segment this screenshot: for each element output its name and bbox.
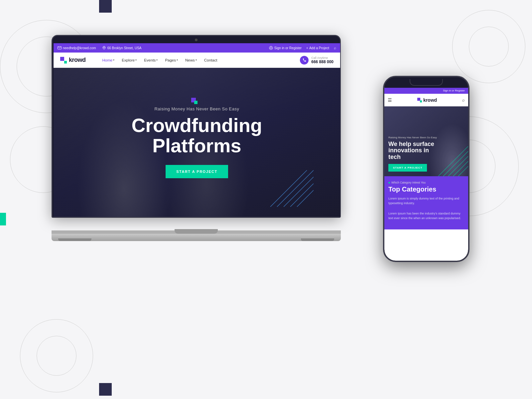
phone-icon bbox=[302, 58, 307, 62]
phone-cat-body-2: Lorem Ipsum has been the industry's stan… bbox=[388, 211, 464, 220]
topbar-signin-text: Sign in or Register bbox=[274, 46, 302, 50]
phone-hero-title-l1: We help surface bbox=[388, 141, 434, 147]
topbar-add-text: Add a Project bbox=[309, 46, 329, 50]
phone-cat-subtitle: Which Category Intrest You bbox=[388, 181, 464, 184]
phone-hero-title-l2: innovations in bbox=[388, 147, 429, 154]
nav-home-label: Home bbox=[102, 58, 113, 62]
phone-hero-cta-button[interactable]: START A PROJECT bbox=[388, 164, 427, 172]
topbar-email-item: needhelp@krowd.com bbox=[58, 46, 96, 50]
phone-notch-bar bbox=[384, 77, 468, 88]
phone-notch bbox=[410, 79, 443, 86]
nav-item-pages[interactable]: Pages ▾ bbox=[162, 56, 181, 64]
topbar-search-icon[interactable]: ⌕ bbox=[334, 46, 336, 50]
nav-item-explore[interactable]: Explore ▾ bbox=[118, 56, 140, 64]
logo-text: krowd bbox=[69, 57, 86, 64]
laptop-notch bbox=[175, 229, 218, 234]
phone-cat-title: Top Categories bbox=[388, 186, 464, 193]
phone-hero: Raising Money Has Never Been So Easy We … bbox=[384, 106, 468, 176]
location-icon bbox=[102, 46, 106, 50]
phone-hero-title-l3: tech bbox=[388, 154, 401, 160]
circle-deco-tr2 bbox=[469, 27, 509, 66]
phone-top-overlay: Sign in or Register bbox=[384, 87, 468, 94]
nav-events-label: Events bbox=[144, 58, 156, 62]
nav-item-contact[interactable]: Contact bbox=[201, 56, 221, 64]
nav-item-news[interactable]: News ▾ bbox=[182, 56, 200, 64]
hero-tagline: Raising Money Has Never Been So Easy bbox=[154, 106, 239, 111]
phone-cat-subtitle-text: Which Category Intrest You bbox=[391, 181, 426, 184]
nav-pages-label: Pages bbox=[165, 58, 176, 62]
site-call: Call Anytime 666 888 000 bbox=[300, 56, 333, 65]
phone-logo[interactable]: krowd bbox=[395, 97, 460, 103]
site-hero: Raising Money Has Never Been So Easy Cro… bbox=[54, 68, 340, 217]
svg-point-3 bbox=[270, 47, 272, 48]
laptop-base bbox=[52, 234, 341, 241]
nav-home-chevron: ▾ bbox=[113, 59, 114, 62]
hero-title-line1: Crowdfunding bbox=[131, 114, 262, 136]
logo-icon bbox=[60, 57, 67, 64]
nav-events-chevron: ▾ bbox=[156, 59, 158, 62]
call-number: 666 888 000 bbox=[311, 60, 333, 64]
bg-deco-square-4 bbox=[99, 383, 112, 396]
phone-signin-text: Sign in or Register bbox=[443, 89, 465, 92]
phone-frame: Sign in or Register ☰ krowd ⌕ bbox=[383, 76, 469, 262]
nav-explore-chevron: ▾ bbox=[135, 59, 137, 62]
user-circle-icon bbox=[269, 46, 273, 50]
phone-vol-down-button bbox=[383, 131, 384, 143]
phone-logo-square-teal bbox=[420, 100, 422, 102]
site-topbar: needhelp@krowd.com 66 Broklyn Street, US… bbox=[54, 43, 340, 53]
laptop-foot-left bbox=[58, 238, 91, 241]
hamburger-icon[interactable]: ☰ bbox=[388, 97, 392, 103]
call-icon-bubble bbox=[300, 56, 309, 65]
bg-deco-square-3 bbox=[0, 213, 6, 225]
topbar-signin[interactable]: Sign in or Register bbox=[269, 46, 302, 50]
logo-square-teal bbox=[64, 61, 67, 64]
phone-hero-tagline: Raising Money Has Never Been So Easy bbox=[388, 136, 464, 139]
hero-cta-button[interactable]: START A PROJECT bbox=[166, 165, 228, 178]
svg-point-1 bbox=[103, 47, 105, 48]
phone-mockup: Sign in or Register ☰ krowd ⌕ bbox=[383, 76, 469, 262]
phone-power-button bbox=[468, 110, 469, 125]
site-nav-items: Home ▾ Explore ▾ Events ▾ Pages ▾ bbox=[99, 56, 300, 64]
nav-contact-label: Contact bbox=[204, 58, 217, 62]
bg-deco-square-1 bbox=[99, 0, 112, 13]
topbar-address-item: 66 Broklyn Street, USA bbox=[102, 46, 142, 50]
hero-content: Raising Money Has Never Been So Easy Cro… bbox=[54, 68, 340, 217]
phone-hero-title: We help surface innovations in tech bbox=[388, 141, 464, 161]
laptop-camera bbox=[195, 39, 198, 41]
circle-deco-bl2 bbox=[37, 336, 76, 376]
call-anytime-label: Call Anytime bbox=[311, 56, 333, 60]
nav-item-events[interactable]: Events ▾ bbox=[141, 56, 161, 64]
phone-screen: Sign in or Register ☰ krowd ⌕ bbox=[384, 87, 468, 261]
laptop-foot-right bbox=[301, 238, 334, 241]
nav-pages-chevron: ▾ bbox=[177, 59, 178, 62]
hero-title-line2: Platforms bbox=[152, 135, 241, 156]
phone-mute-button bbox=[383, 104, 384, 111]
phone-navbar: ☰ krowd ⌕ bbox=[384, 94, 468, 106]
hero-title: Crowdfunding Platforms bbox=[131, 115, 262, 156]
call-info: Call Anytime 666 888 000 bbox=[311, 56, 333, 64]
site-navbar: krowd Home ▾ Explore ▾ Events ▾ bbox=[54, 53, 340, 68]
topbar-right: Sign in or Register + Add a Project ⌕ bbox=[269, 46, 336, 50]
site-logo[interactable]: krowd bbox=[60, 57, 86, 64]
phone-logo-text: krowd bbox=[423, 97, 437, 103]
topbar-add-project[interactable]: + Add a Project bbox=[306, 46, 329, 50]
laptop-mockup: needhelp@krowd.com 66 Broklyn Street, US… bbox=[52, 35, 341, 241]
nav-item-home[interactable]: Home ▾ bbox=[99, 56, 118, 64]
phone-cat-dot bbox=[388, 182, 390, 184]
logo-square-purple bbox=[60, 57, 64, 61]
topbar-email: needhelp@krowd.com bbox=[63, 46, 96, 50]
laptop-screen: needhelp@krowd.com 66 Broklyn Street, US… bbox=[54, 43, 340, 217]
nav-news-label: News bbox=[185, 58, 195, 62]
phone-search-icon[interactable]: ⌕ bbox=[462, 97, 465, 102]
nav-news-chevron: ▾ bbox=[196, 59, 197, 62]
email-icon bbox=[58, 46, 62, 50]
topbar-address: 66 Broklyn Street, USA bbox=[107, 46, 142, 50]
phone-cat-body-1: Lorem Ipsum is simply dummy text of the … bbox=[388, 197, 464, 205]
nav-explore-label: Explore bbox=[122, 58, 135, 62]
phone-categories: Which Category Intrest You Top Categorie… bbox=[384, 176, 468, 229]
phone-logo-icon bbox=[417, 98, 422, 102]
phone-vol-up-button bbox=[383, 115, 384, 127]
laptop-frame: needhelp@krowd.com 66 Broklyn Street, US… bbox=[52, 35, 341, 218]
phone-hero-content: Raising Money Has Never Been So Easy We … bbox=[384, 133, 468, 176]
